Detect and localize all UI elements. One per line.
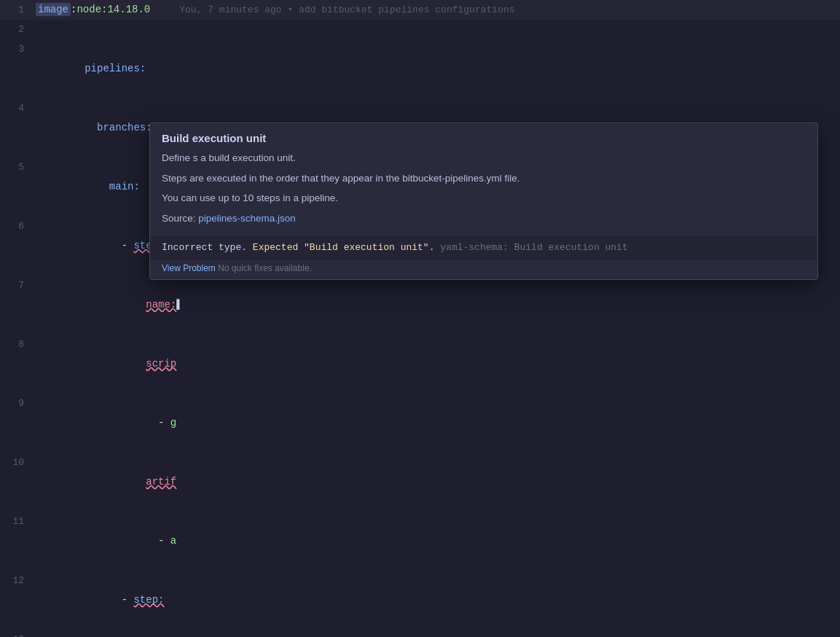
tooltip-error-expected: Expected "Build execution unit": [253, 242, 429, 253]
tooltip-desc1: Define s a build execution unit.: [162, 150, 806, 166]
line-number-2: 2: [0, 20, 33, 39]
line-11: 11 - a: [0, 512, 840, 571]
code-area: 1 image: node:14.18.0 You, 7 minutes ago…: [0, 0, 840, 637]
a-value-11: a: [170, 535, 176, 547]
line-2: 2: [0, 20, 840, 39]
line-number-12: 12: [0, 571, 33, 590]
branches-key: branches:: [97, 122, 152, 133]
tooltip-error-dot: .: [429, 242, 441, 253]
line-number-13: 13: [0, 630, 33, 637]
editor-container: 1 image: node:14.18.0 You, 7 minutes ago…: [0, 0, 840, 637]
line-3: 3 pipelines:: [0, 39, 840, 98]
image-highlight: image: [36, 3, 71, 16]
tooltip-source-label: Source:: [162, 213, 198, 224]
script-key-8: scrip: [146, 358, 176, 370]
line-8: 8 scrip: [0, 335, 840, 394]
artifacts-key-10: artif: [146, 476, 176, 488]
line-number-3: 3: [0, 39, 33, 59]
main-key: main:: [109, 181, 140, 192]
line-10: 10 artif: [0, 453, 840, 512]
tooltip-error-line: Incorrect type. Expected "Build executio…: [150, 236, 817, 260]
line-9: 9 - g: [0, 394, 840, 453]
line-7-content: name:▌: [33, 275, 840, 335]
line-9-content: - g: [33, 394, 840, 453]
git-blame-line1: You, 7 minutes ago • add bitbucket pipel…: [179, 0, 514, 20]
line-number-6: 6: [0, 216, 33, 236]
view-problem-link[interactable]: View Problem: [162, 263, 216, 273]
line-3-content: pipelines:: [33, 39, 840, 98]
line-number-10: 10: [0, 453, 33, 472]
line-1-content: image: node:14.18.0 You, 7 minutes ago •…: [33, 0, 840, 20]
dash-12: -: [122, 594, 134, 606]
dash-6: -: [122, 240, 134, 251]
tooltip-desc3: You can use up to 10 steps in a pipeline…: [162, 190, 806, 206]
line-12-content: - step:: [33, 571, 840, 630]
tooltip-desc2: Steps are executed in the order that the…: [162, 171, 806, 187]
step-key-12: step:: [133, 594, 164, 606]
line-12: 12 - step:: [0, 571, 840, 630]
tooltip-title: Build execution unit: [150, 123, 817, 150]
line-13: 13 name:: [0, 630, 840, 637]
image-value: node:14.18.0: [76, 0, 150, 20]
line-number-11: 11: [0, 512, 33, 531]
line-number-5: 5: [0, 157, 33, 177]
name-key-7: name:: [146, 299, 176, 310]
tooltip-body: Define s a build execution unit. Steps a…: [150, 150, 817, 236]
line-8-content: scrip: [33, 335, 840, 394]
tooltip-error-yaml: yaml-schema: Build execution unit: [440, 242, 627, 253]
line-number-7: 7: [0, 275, 33, 295]
line-13-content: name:: [33, 630, 840, 637]
g-value-9: g: [170, 417, 176, 429]
pipelines-key: pipelines:: [85, 63, 146, 74]
tooltip-error-incorrect: Incorrect type.: [162, 242, 253, 253]
line-11-content: - a: [33, 512, 840, 571]
line-number-9: 9: [0, 394, 33, 413]
line-7: 7 name:▌: [0, 275, 840, 335]
line-number-8: 8: [0, 335, 33, 354]
image-key: image:: [36, 0, 76, 20]
line-number-1: 1: [0, 0, 33, 20]
tooltip-no-quick-fixes: No quick fixes available.: [218, 263, 312, 273]
tooltip-footer: View Problem No quick fixes available.: [150, 260, 817, 279]
line-10-content: artif: [33, 453, 840, 512]
line-number-4: 4: [0, 98, 33, 118]
tooltip-source: Source: pipelines-schema.json: [162, 211, 806, 227]
tooltip-source-link[interactable]: pipelines-schema.json: [198, 213, 296, 224]
hover-tooltip: Build execution unit Define s a build ex…: [149, 122, 818, 280]
line-1: 1 image: node:14.18.0 You, 7 minutes ago…: [0, 0, 840, 20]
